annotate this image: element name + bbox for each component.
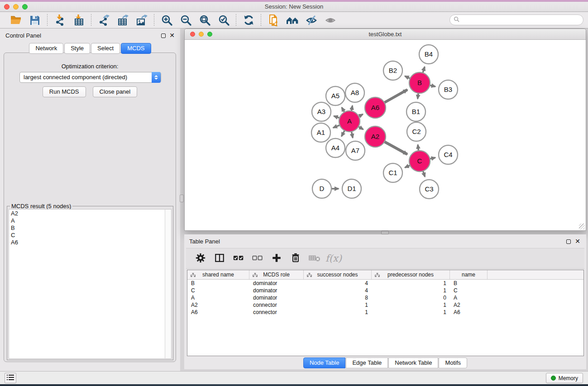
search-field[interactable]: [449, 14, 583, 25]
import-network-button[interactable]: [50, 14, 69, 27]
save-session-button[interactable]: [25, 14, 44, 27]
table-cell[interactable]: C: [187, 287, 249, 294]
table-cell[interactable]: C: [450, 287, 488, 294]
show-panels-list-button[interactable]: [5, 373, 16, 383]
node-A1[interactable]: A1: [311, 123, 330, 142]
table-cell[interactable]: B: [450, 280, 488, 287]
table-cell[interactable]: connector: [249, 309, 304, 316]
node-C[interactable]: C: [409, 151, 430, 172]
mcds-result-list[interactable]: A2ABCA6: [9, 209, 166, 359]
table-cell[interactable]: A2: [187, 301, 249, 309]
mcds-result-item[interactable]: B: [11, 224, 165, 232]
table-cell[interactable]: 1: [304, 301, 372, 309]
table-cell[interactable]: dominator: [249, 294, 304, 301]
node-C1[interactable]: C1: [383, 163, 402, 182]
column-header-shared-name[interactable]: shared name: [187, 270, 249, 279]
table-row[interactable]: A6connector11A6: [187, 309, 583, 316]
table-cell[interactable]: A: [450, 294, 488, 301]
node-D[interactable]: D: [312, 179, 331, 198]
home-button[interactable]: [283, 14, 302, 27]
table-row[interactable]: Cdominator41C: [187, 287, 583, 294]
network-window-titlebar[interactable]: testGlobe.txt: [185, 29, 586, 40]
node-A7[interactable]: A7: [346, 141, 365, 160]
add-column-button[interactable]: [268, 251, 285, 266]
float-table-panel-icon[interactable]: [566, 239, 571, 244]
table-cell[interactable]: A2: [450, 301, 488, 309]
node-C2[interactable]: C2: [407, 122, 426, 141]
node-A6[interactable]: A6: [365, 97, 386, 118]
table-cell[interactable]: connector: [249, 301, 304, 309]
node-C4[interactable]: C4: [439, 145, 458, 164]
export-image-button[interactable]: [132, 14, 151, 27]
memory-button[interactable]: Memory: [546, 373, 583, 383]
node-A5[interactable]: A5: [326, 86, 345, 105]
column-header-predecessor-nodes[interactable]: predecessor nodes: [372, 270, 450, 279]
table-cell[interactable]: 1: [372, 309, 450, 316]
table-cell[interactable]: 4: [304, 287, 372, 294]
table-cell[interactable]: 1: [304, 309, 372, 316]
node-C3[interactable]: C3: [420, 180, 439, 199]
node-A2[interactable]: A2: [365, 126, 386, 147]
zoom-selected-button[interactable]: [214, 14, 233, 27]
table-row[interactable]: A2connector11A2: [187, 301, 583, 309]
table-cell[interactable]: 1: [372, 301, 450, 309]
table-cell[interactable]: 4: [304, 280, 372, 287]
node-B4[interactable]: B4: [419, 45, 438, 64]
table-cell[interactable]: 0: [372, 294, 450, 301]
mcds-result-item[interactable]: A2: [11, 210, 165, 217]
table-row[interactable]: Bdominator41B: [187, 280, 583, 287]
zoom-out-button[interactable]: [176, 14, 195, 27]
horizontal-splitter-handle[interactable]: [381, 231, 389, 234]
close-panel-icon[interactable]: ✕: [169, 32, 175, 39]
tab-style[interactable]: Style: [64, 43, 90, 54]
table-row[interactable]: Adominator80A: [187, 294, 583, 301]
window-resize-grip-icon[interactable]: [579, 224, 585, 229]
node-A8[interactable]: A8: [345, 83, 364, 102]
mcds-result-item[interactable]: A6: [11, 239, 165, 246]
zoom-in-button[interactable]: [157, 14, 176, 27]
tab-mcds[interactable]: MCDS: [121, 43, 151, 54]
tab-select[interactable]: Select: [91, 43, 120, 54]
refresh-button[interactable]: [239, 14, 258, 27]
hide-panels-button[interactable]: [302, 14, 321, 27]
network-canvas[interactable]: AA1A2A3A4A5A6A7A8BB1B2B3B4CC1C2C3C4DD1: [185, 40, 586, 230]
select-all-button[interactable]: [230, 251, 247, 266]
column-visibility-button[interactable]: [211, 251, 228, 266]
table-cell[interactable]: B: [187, 280, 249, 287]
vertical-splitter-handle[interactable]: [180, 195, 184, 202]
node-B1[interactable]: B1: [406, 102, 425, 121]
result-scrollbar[interactable]: [165, 209, 172, 359]
deselect-all-button[interactable]: [249, 251, 266, 266]
export-network-button[interactable]: [94, 14, 113, 27]
tab-network[interactable]: Network: [29, 43, 63, 54]
tab-edge-table[interactable]: Edge Table: [346, 357, 388, 368]
tab-node-table[interactable]: Node Table: [303, 357, 346, 368]
table-cell[interactable]: 1: [372, 287, 450, 294]
zoom-fit-button[interactable]: [195, 14, 214, 27]
node-D1[interactable]: D1: [342, 179, 361, 198]
column-header-successor-nodes[interactable]: successor nodes: [304, 270, 372, 279]
table-cell[interactable]: 1: [372, 280, 450, 287]
node-B2[interactable]: B2: [383, 61, 402, 80]
close-table-panel-icon[interactable]: ✕: [575, 238, 580, 245]
table-cell[interactable]: 8: [304, 294, 372, 301]
open-file-button[interactable]: [6, 14, 25, 27]
run-mcds-button[interactable]: Run MCDS: [43, 86, 86, 97]
table-cell[interactable]: A6: [450, 309, 488, 316]
import-table-button[interactable]: [69, 14, 88, 27]
node-A[interactable]: A: [339, 111, 360, 132]
node-A4[interactable]: A4: [326, 138, 345, 157]
table-settings-gear-button[interactable]: [192, 251, 209, 266]
table-cell[interactable]: dominator: [249, 280, 304, 287]
table-cell[interactable]: A6: [187, 309, 249, 316]
column-header-MCDS-role[interactable]: MCDS role: [249, 270, 304, 279]
delete-column-button[interactable]: [287, 251, 304, 266]
float-panel-icon[interactable]: [161, 33, 166, 38]
node-B[interactable]: B: [409, 72, 430, 93]
node-table[interactable]: shared nameMCDS rolesuccessor nodesprede…: [187, 270, 584, 356]
search-input[interactable]: [462, 17, 583, 23]
mcds-result-item[interactable]: C: [11, 232, 165, 239]
export-table-button[interactable]: [113, 14, 132, 27]
node-A3[interactable]: A3: [312, 102, 331, 121]
show-panels-button[interactable]: [321, 14, 340, 27]
